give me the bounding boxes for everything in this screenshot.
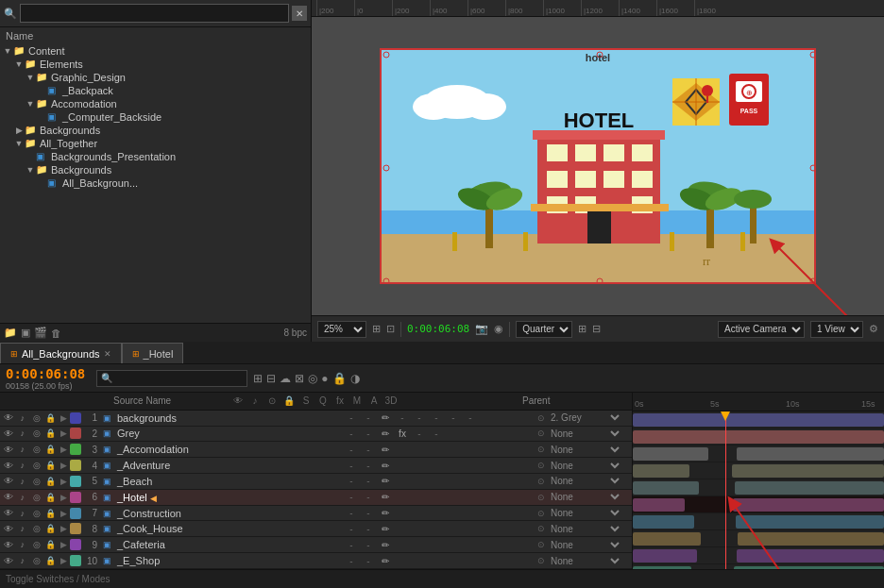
delete-icon[interactable]: 🗑 [51,328,61,339]
tree-arrow-elements[interactable]: ▼ [13,59,25,69]
sw-pencil-9[interactable]: ✏ [378,540,393,550]
layer-row-2[interactable]: 👁 ♪ ◎ 🔒 ▶ 2 ▣ Grey - - ✏ fx [0,427,632,443]
lock-6[interactable]: 🔒 [44,493,58,502]
render-icon[interactable]: ⊞ [578,323,586,335]
layer-row-8[interactable]: 👁 ♪ ◎ 🔒 ▶ 8 ▣ _Cook_House - - ✏ [0,521,632,537]
sw-pencil-7[interactable]: ✏ [378,508,393,518]
sw-pencil-5[interactable]: ✏ [378,476,393,486]
lock-3[interactable]: 🔒 [44,445,58,454]
parent-select-1[interactable]: 2. Grey [547,412,622,424]
sw-pencil-2[interactable]: ✏ [378,428,393,439]
tl-transfer-icon[interactable]: ⊞ [253,372,263,385]
solo-3[interactable]: ◎ [30,445,43,454]
tl-lock-icon[interactable]: 🔒 [332,372,347,385]
sw-pencil-4[interactable]: ✏ [378,461,393,471]
expand-1[interactable]: ▶ [58,413,69,423]
solo-8[interactable]: ◎ [30,524,43,533]
sw-10-1[interactable]: - [344,556,359,566]
timeline-search-input[interactable] [96,370,247,387]
solo-6[interactable]: ◎ [30,493,43,502]
sw-7-1[interactable]: - [344,508,359,518]
audio-6[interactable]: ♪ [16,493,29,502]
sw-pencil-6[interactable]: ✏ [378,492,393,502]
sw-1-4[interactable]: - [395,412,410,423]
tab-all-backgrounds[interactable]: ⊞ All_Backgrounds ✕ [0,343,122,363]
sw-2-1[interactable]: - [344,428,359,439]
expand-9[interactable]: ▶ [58,540,69,549]
search-input[interactable]: back [20,4,289,23]
tl-solo-icon[interactable]: ◑ [350,372,360,385]
vis-10[interactable]: 👁 [2,556,15,566]
lock-10[interactable]: 🔒 [44,556,58,565]
layer-row-4[interactable]: 👁 ♪ ◎ 🔒 ▶ 4 ▣ _Adventure - - ✏ [0,458,632,474]
layer-row-6[interactable]: 👁 ♪ ◎ 🔒 ▶ 6 ▣ _Hotel ◀ - - [0,490,632,506]
expand-10[interactable]: ▶ [58,556,69,565]
parent-select-6[interactable]: None [547,491,622,503]
pixel-icon[interactable]: ⊡ [386,323,395,335]
lock-4[interactable]: 🔒 [44,461,58,470]
tl-collapse-icon[interactable]: ● [321,372,328,385]
audio-2[interactable]: ♪ [16,428,29,438]
exposure-icon[interactable]: ◉ [494,323,503,335]
sw-3-1[interactable]: - [344,445,359,455]
layer-row-9[interactable]: 👁 ♪ ◎ 🔒 ▶ 9 ▣ _Cafeteria - - ✏ [0,537,632,553]
lock-1[interactable]: 🔒 [44,413,58,423]
sw-6-2[interactable]: - [361,492,376,502]
expand-5[interactable]: ▶ [58,477,69,486]
audio-9[interactable]: ♪ [16,540,29,549]
quality-select[interactable]: Quarter Half Full [516,321,572,338]
solo-1[interactable]: ◎ [30,413,43,423]
vis-2[interactable]: 👁 [2,428,15,439]
tree-item-graphic-design[interactable]: ▼ 📁 Graphic_Design [0,71,311,84]
new-folder-icon[interactable]: 📁 [4,327,17,339]
layer-row-10[interactable]: 👁 ♪ ◎ 🔒 ▶ 10 ▣ _E_Shop - - ✏ [0,553,632,569]
tl-blend-icon[interactable]: ⊟ [266,372,276,385]
tree-item-accomodation[interactable]: ▼ 📁 Accomodation [0,97,311,110]
sw-10-2[interactable]: - [361,556,376,566]
sw-1-2[interactable]: - [361,412,376,423]
lock-8[interactable]: 🔒 [44,524,58,533]
expand-3[interactable]: ▶ [58,445,69,454]
vis-7[interactable]: 👁 [2,508,15,518]
vis-1[interactable]: 👁 [2,412,15,423]
parent-select-10[interactable]: None [547,555,622,567]
toggle-switches-label[interactable]: Toggle Switches / Modes [6,574,110,584]
layer-row-1[interactable]: 👁 ♪ ◎ 🔒 ▶ 1 ▣ backgrounds - - ✏ - [0,411,632,427]
layer-row-7[interactable]: 👁 ♪ ◎ 🔒 ▶ 7 ▣ _Construction - - ✏ [0,506,632,522]
sw-5-1[interactable]: - [344,476,359,486]
tree-arrow-all-together[interactable]: ▼ [13,139,25,148]
solo-10[interactable]: ◎ [30,556,43,565]
audio-1[interactable]: ♪ [16,413,29,423]
solo-7[interactable]: ◎ [30,509,43,518]
sw-6-1[interactable]: - [344,492,359,502]
tab-hotel[interactable]: ⊞ _Hotel [122,343,184,363]
audio-7[interactable]: ♪ [16,509,29,518]
audio-5[interactable]: ♪ [16,477,29,486]
camera-view-select[interactable]: Active Camera [718,321,805,338]
sw-pencil-10[interactable]: ✏ [378,556,393,566]
tree-item-elements[interactable]: ▼ 📁 Elements [0,58,311,71]
expand-2[interactable]: ▶ [58,428,69,438]
vis-9[interactable]: 👁 [2,540,15,550]
parent-select-8[interactable]: None [547,523,622,535]
vis-4[interactable]: 👁 [2,461,15,471]
lock-2[interactable]: 🔒 [44,428,58,438]
parent-select-4[interactable]: None [547,460,622,472]
fit-icon[interactable]: ⊞ [372,323,381,335]
tl-motion-blur-icon[interactable]: ☁ [280,372,291,385]
tree-arrow-graphic-design[interactable]: ▼ [25,73,36,82]
expand-7[interactable]: ▶ [58,509,69,518]
tl-frame-blend-icon[interactable]: ⊠ [295,372,304,385]
tree-item-all-together[interactable]: ▼ 📁 All_Together [0,137,311,150]
sw-1-6[interactable]: - [429,412,444,423]
sw-4-1[interactable]: - [344,461,359,471]
settings-icon[interactable]: ⚙ [869,323,878,335]
tree-item-all-backgrounds[interactable]: ▶ ▣ All_Backgroun... [0,176,311,190]
layer-row-5[interactable]: 👁 ♪ ◎ 🔒 ▶ 5 ▣ _Beach - - ✏ [0,474,632,490]
sw-9-1[interactable]: - [344,540,359,550]
solo-2[interactable]: ◎ [30,428,43,438]
vis-5[interactable]: 👁 [2,476,15,486]
new-footage-icon[interactable]: 🎬 [34,327,47,339]
lock-5[interactable]: 🔒 [44,477,58,486]
parent-select-5[interactable]: None [547,475,622,487]
